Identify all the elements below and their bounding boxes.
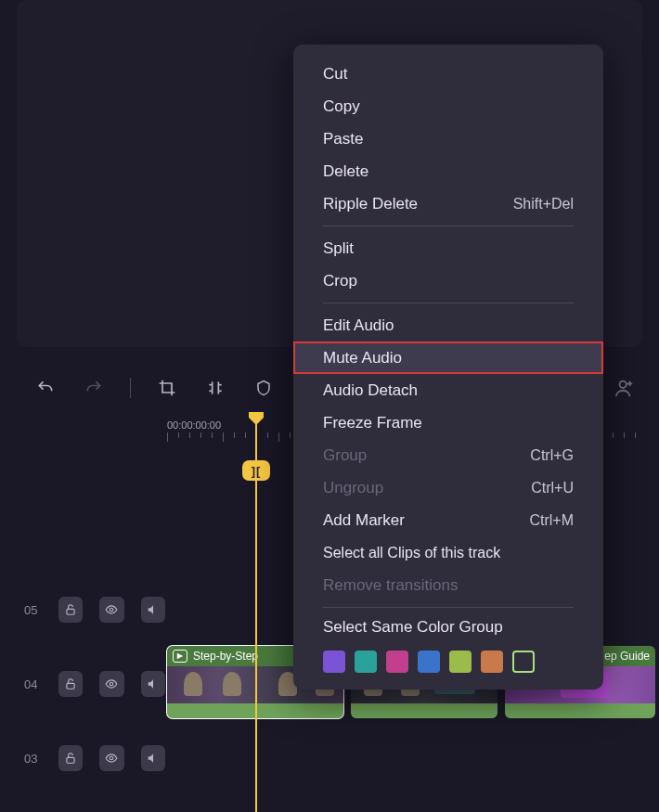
track-header-03: 03 xyxy=(17,742,165,774)
svg-rect-7 xyxy=(67,757,74,763)
svg-marker-2 xyxy=(249,412,264,425)
split-button[interactable] xyxy=(203,376,227,400)
ctx-paste[interactable]: Paste xyxy=(293,122,603,155)
ctx-split[interactable]: Split xyxy=(293,232,603,264)
clip-type-icon xyxy=(173,650,187,663)
color-swatch-olive[interactable] xyxy=(449,651,472,673)
timecode-start: 00:00:00:00 xyxy=(167,419,221,431)
ctx-audio-detach[interactable]: Audio Detach xyxy=(293,374,603,406)
user-button[interactable] xyxy=(613,376,637,400)
lock-track-button[interactable] xyxy=(58,597,83,623)
ctx-separator xyxy=(323,303,574,303)
ctx-select-all-track-clips[interactable]: Select all Clips of this track xyxy=(293,536,603,569)
ctx-group: GroupCtrl+G xyxy=(293,439,603,471)
toolbar-divider xyxy=(130,378,131,398)
svg-point-6 xyxy=(110,682,114,686)
ctx-remove-transitions: Remove transitions xyxy=(293,569,603,601)
color-swatch-purple[interactable] xyxy=(323,651,345,673)
ctx-delete[interactable]: Delete xyxy=(293,155,603,187)
ctx-separator xyxy=(323,226,574,226)
lock-track-button[interactable] xyxy=(58,671,83,697)
color-swatch-magenta[interactable] xyxy=(386,651,408,673)
ctx-cut[interactable]: Cut xyxy=(293,58,603,90)
lock-track-button[interactable] xyxy=(58,745,83,771)
ctx-crop[interactable]: Crop xyxy=(293,264,603,297)
ctx-edit-audio[interactable]: Edit Audio xyxy=(293,309,603,342)
color-swatch-teal[interactable] xyxy=(355,651,377,673)
clip-title: Step-by-Step xyxy=(193,650,258,663)
clip-audio-wave xyxy=(351,703,497,718)
trim-badge[interactable]: ][ xyxy=(242,460,270,481)
mute-track-button[interactable] xyxy=(141,597,165,623)
track-number: 04 xyxy=(24,677,42,691)
track-header-04: 04 xyxy=(17,668,165,700)
svg-rect-3 xyxy=(67,609,74,614)
crop-button[interactable] xyxy=(155,376,179,400)
track-number: 03 xyxy=(24,752,42,766)
context-menu: Cut Copy Paste Delete Ripple DeleteShift… xyxy=(293,45,603,690)
track-header-05: 05 xyxy=(17,594,165,625)
svg-rect-5 xyxy=(67,683,74,689)
track-number: 05 xyxy=(24,603,42,617)
redo-button[interactable] xyxy=(82,376,106,400)
ctx-freeze-frame[interactable]: Freeze Frame xyxy=(293,406,603,439)
color-swatch-row xyxy=(293,641,603,677)
mute-track-button[interactable] xyxy=(141,671,165,697)
color-swatch-none[interactable] xyxy=(512,651,535,673)
mute-track-button[interactable] xyxy=(141,745,165,771)
clip-audio-wave xyxy=(505,703,655,718)
svg-point-8 xyxy=(110,756,114,760)
ctx-color-group-label: Select Same Color Group xyxy=(293,613,603,641)
marker-button[interactable] xyxy=(252,376,276,400)
visibility-track-button[interactable] xyxy=(99,597,123,623)
svg-marker-9 xyxy=(177,653,183,659)
color-swatch-orange[interactable] xyxy=(481,651,503,673)
clip-title: ep Guide xyxy=(604,650,650,663)
undo-button[interactable] xyxy=(33,376,58,400)
playhead-handle[interactable] xyxy=(249,412,264,425)
ctx-separator xyxy=(323,607,574,608)
visibility-track-button[interactable] xyxy=(99,671,123,697)
visibility-track-button[interactable] xyxy=(99,745,123,771)
ctx-mute-audio[interactable]: Mute Audio xyxy=(293,342,603,374)
ctx-ripple-delete[interactable]: Ripple DeleteShift+Del xyxy=(293,187,603,220)
ctx-copy[interactable]: Copy xyxy=(293,90,603,122)
svg-point-1 xyxy=(620,381,627,388)
ctx-ungroup: UngroupCtrl+U xyxy=(293,471,603,504)
color-swatch-blue[interactable] xyxy=(418,651,440,673)
svg-point-4 xyxy=(110,608,114,612)
ctx-add-marker[interactable]: Add MarkerCtrl+M xyxy=(293,504,603,536)
